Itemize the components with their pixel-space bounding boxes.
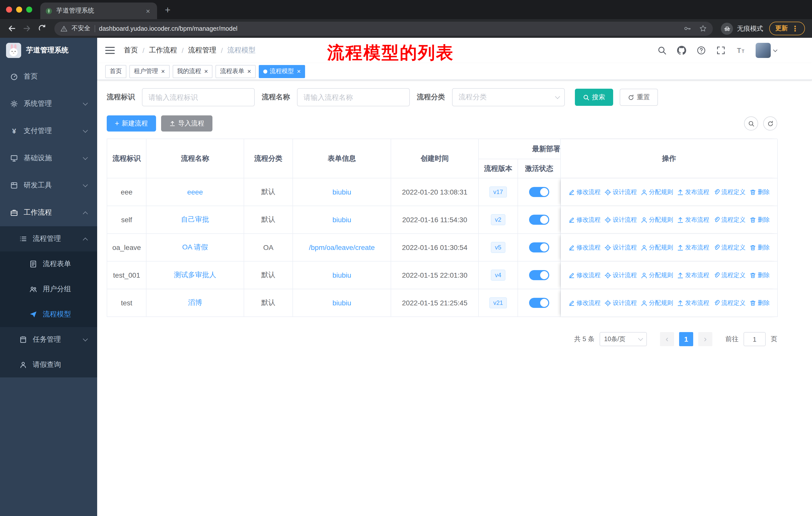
font-size-icon[interactable]: TT	[736, 46, 745, 55]
sidebar-item-process-management[interactable]: 流程管理	[0, 226, 97, 251]
search-icon[interactable]	[658, 46, 667, 55]
create-process-button[interactable]: 新建流程	[107, 115, 156, 132]
row-action-delete[interactable]: 删除	[750, 299, 770, 307]
sidebar-item-infrastructure[interactable]: 基础设施	[0, 145, 97, 172]
sidebar-item-process-model[interactable]: 流程模型	[0, 302, 97, 327]
row-action-definition[interactable]: 流程定义	[713, 299, 746, 307]
tag-tenant-management[interactable]: 租户管理	[129, 65, 169, 78]
back-button[interactable]	[4, 21, 19, 36]
row-action-design[interactable]: 设计流程	[605, 215, 637, 224]
row-action-definition[interactable]: 流程定义	[713, 271, 746, 279]
active-toggle[interactable]	[529, 270, 549, 280]
row-action-assign[interactable]: 分配规则	[641, 243, 673, 252]
process-name-link[interactable]: 滔博	[188, 298, 202, 306]
row-action-assign[interactable]: 分配规则	[641, 188, 673, 196]
row-action-edit[interactable]: 修改流程	[568, 299, 601, 307]
breadcrumb-workflow[interactable]: 工作流程	[149, 46, 177, 55]
active-toggle[interactable]	[529, 242, 549, 252]
sidebar-item-task-management[interactable]: 任务管理	[0, 327, 97, 352]
tag-process-form[interactable]: 流程表单	[215, 65, 256, 78]
zoom-window-button[interactable]	[26, 6, 32, 12]
next-page-button[interactable]	[698, 332, 712, 346]
tab-close-icon[interactable]	[144, 7, 152, 15]
browser-menu-icon[interactable]	[791, 24, 799, 33]
new-tab-button[interactable]	[160, 2, 175, 18]
tag-my-process[interactable]: 我的流程	[172, 65, 212, 78]
sidebar-item-system[interactable]: 系统管理	[0, 90, 97, 117]
row-action-assign[interactable]: 分配规则	[641, 271, 673, 279]
close-icon[interactable]	[204, 68, 208, 75]
row-action-edit[interactable]: 修改流程	[568, 243, 601, 252]
page-1-button[interactable]: 1	[679, 332, 693, 346]
security-warning-icon[interactable]	[60, 25, 67, 32]
refresh-table-button[interactable]	[763, 116, 777, 131]
row-action-publish[interactable]: 发布流程	[677, 188, 709, 196]
row-action-delete[interactable]: 删除	[750, 243, 770, 252]
row-action-assign[interactable]: 分配规则	[641, 299, 673, 307]
close-window-button[interactable]	[6, 6, 12, 12]
row-action-publish[interactable]: 发布流程	[677, 271, 709, 279]
active-toggle[interactable]	[529, 187, 549, 197]
breadcrumb-process-management[interactable]: 流程管理	[188, 46, 216, 55]
page-size-select[interactable]: 10条/页	[600, 332, 647, 346]
process-name-link[interactable]: OA 请假	[182, 243, 208, 251]
sidebar-item-leave-query[interactable]: 请假查询	[0, 352, 97, 377]
form-info-link[interactable]: /bpm/oa/leave/create	[309, 243, 375, 251]
prev-page-button[interactable]	[660, 332, 674, 346]
import-process-button[interactable]: 导入流程	[161, 115, 212, 132]
address-bar[interactable]: 不安全 dashboard.yudao.iocoder.cn/bpm/manag…	[54, 21, 713, 35]
row-action-design[interactable]: 设计流程	[605, 243, 637, 252]
reload-button[interactable]	[34, 21, 49, 36]
update-button[interactable]: 更新	[769, 22, 805, 35]
row-action-design[interactable]: 设计流程	[605, 271, 637, 279]
forward-button[interactable]	[19, 21, 34, 36]
row-action-design[interactable]: 设计流程	[605, 299, 637, 307]
row-action-edit[interactable]: 修改流程	[568, 188, 601, 196]
goto-page-input[interactable]	[744, 332, 766, 346]
row-action-publish[interactable]: 发布流程	[677, 299, 709, 307]
fullscreen-icon[interactable]	[716, 46, 725, 55]
show-search-button[interactable]	[744, 116, 758, 131]
breadcrumb-home[interactable]: 首页	[124, 46, 138, 55]
close-icon[interactable]	[247, 68, 251, 75]
row-action-edit[interactable]: 修改流程	[568, 215, 601, 224]
app-logo[interactable]: 芋道管理系统	[0, 38, 97, 63]
active-toggle[interactable]	[529, 298, 549, 308]
row-action-definition[interactable]: 流程定义	[713, 215, 746, 224]
tag-home[interactable]: 首页	[105, 65, 126, 78]
process-category-select[interactable]: 流程分类	[452, 88, 565, 106]
process-id-input[interactable]	[142, 88, 255, 106]
close-icon[interactable]	[161, 68, 165, 75]
process-name-link[interactable]: eeee	[187, 188, 203, 196]
sidebar-item-process-form[interactable]: 流程表单	[0, 251, 97, 277]
sidebar-item-devtools[interactable]: 研发工具	[0, 172, 97, 199]
row-action-definition[interactable]: 流程定义	[713, 188, 746, 196]
bookmark-star-icon[interactable]	[699, 25, 707, 32]
browser-tab[interactable]: 芋道管理系统	[40, 2, 157, 19]
tag-process-model[interactable]: 流程模型	[259, 65, 305, 78]
row-action-edit[interactable]: 修改流程	[568, 271, 601, 279]
url-text[interactable]: dashboard.yudao.iocoder.cn/bpm/manager/m…	[99, 25, 675, 32]
sidebar-toggle-icon[interactable]	[105, 47, 115, 54]
row-action-delete[interactable]: 删除	[750, 188, 770, 196]
form-info-link[interactable]: biubiu	[332, 271, 351, 279]
process-name-link[interactable]: 自己审批	[181, 215, 209, 223]
process-name-input[interactable]	[297, 88, 410, 106]
form-info-link[interactable]: biubiu	[332, 216, 351, 224]
form-info-link[interactable]: biubiu	[332, 299, 351, 307]
reset-button[interactable]: 重置	[620, 89, 658, 106]
sidebar-item-home[interactable]: 首页	[0, 63, 97, 90]
row-action-assign[interactable]: 分配规则	[641, 215, 673, 224]
key-icon[interactable]	[684, 25, 691, 32]
help-icon[interactable]	[697, 46, 706, 55]
row-action-publish[interactable]: 发布流程	[677, 215, 709, 224]
github-icon[interactable]	[677, 46, 686, 55]
active-toggle[interactable]	[529, 215, 549, 225]
minimize-window-button[interactable]	[16, 6, 22, 12]
close-icon[interactable]	[297, 68, 301, 75]
row-action-delete[interactable]: 删除	[750, 215, 770, 224]
row-action-publish[interactable]: 发布流程	[677, 243, 709, 252]
sidebar-item-payment[interactable]: ¥ 支付管理	[0, 117, 97, 145]
form-info-link[interactable]: biubiu	[332, 188, 351, 196]
sidebar-item-workflow[interactable]: 工作流程	[0, 199, 97, 226]
